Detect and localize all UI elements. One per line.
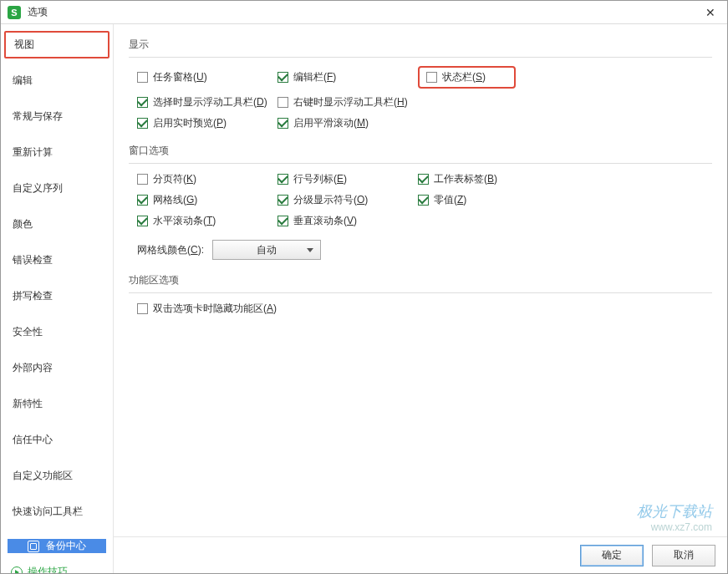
checkbox-label: 双击选项卡时隐藏功能区(A) xyxy=(153,302,277,316)
cancel-button[interactable]: 取消 xyxy=(652,545,715,566)
checkbox-dblclick-hide-ribbon[interactable]: 双击选项卡时隐藏功能区(A) xyxy=(137,302,411,316)
checkbox-zero[interactable]: 零值(Z) xyxy=(418,193,552,207)
checkbox-row-col[interactable]: 行号列标(E) xyxy=(277,172,411,186)
sidebar-item-label: 快速访问工具栏 xyxy=(13,505,83,517)
sidebar-item-custom-lists[interactable]: 自定义序列 xyxy=(1,175,113,202)
section-title: 显示 xyxy=(129,38,712,52)
checkbox-icon xyxy=(137,97,148,108)
checkbox-label: 分级显示符号(O) xyxy=(293,193,368,207)
checkbox-icon xyxy=(277,216,288,226)
sidebar-item-label: 自定义功能区 xyxy=(13,470,73,481)
options-dialog: S 选项 ✕ 视图 编辑 常规与保存 重新计算 自定义序列 颜色 错误检查 拼写… xyxy=(0,0,728,574)
sidebar-item-general[interactable]: 常规与保存 xyxy=(1,103,113,130)
divider xyxy=(129,163,712,164)
sidebar-item-label: 拼写检查 xyxy=(13,290,53,302)
gridline-color-select[interactable]: 自动 xyxy=(212,240,321,260)
button-label: 确定 xyxy=(602,548,622,562)
checkbox-page-break[interactable]: 分页符(K) xyxy=(137,172,271,186)
checkbox-label: 水平滚动条(T) xyxy=(153,214,216,228)
sidebar-item-custom-ribbon[interactable]: 自定义功能区 xyxy=(1,462,113,490)
sidebar-item-label: 视图 xyxy=(14,38,34,50)
checkbox-label: 工作表标签(B) xyxy=(434,172,497,186)
checkbox-label: 零值(Z) xyxy=(434,193,466,207)
content-panel: 显示 任务窗格(U) 编辑栏(F) 状态栏(S) 选择时显示浮动工具栏(D) 右… xyxy=(114,24,727,573)
sidebar-item-edit[interactable]: 编辑 xyxy=(1,67,113,94)
tips-link[interactable]: 操作技巧 xyxy=(1,558,113,573)
checkbox-label: 网格线(G) xyxy=(153,193,197,207)
select-value: 自动 xyxy=(257,243,277,257)
sidebar-item-quick-access[interactable]: 快速访问工具栏 xyxy=(1,498,113,526)
tips-label: 操作技巧 xyxy=(28,565,68,573)
checkbox-label: 垂直滚动条(V) xyxy=(293,214,357,228)
checkbox-label: 状态栏(S) xyxy=(442,70,486,84)
checkbox-gridlines[interactable]: 网格线(G) xyxy=(137,193,271,207)
backup-label: 备份中心 xyxy=(46,539,86,553)
checkbox-label: 选择时显示浮动工具栏(D) xyxy=(153,95,267,109)
checkbox-float-select[interactable]: 选择时显示浮动工具栏(D) xyxy=(137,95,271,109)
checkbox-label: 启用实时预览(P) xyxy=(153,116,227,130)
checkbox-label: 右键时显示浮动工具栏(H) xyxy=(293,95,408,109)
checkbox-icon xyxy=(137,195,148,206)
checkbox-smooth-scroll[interactable]: 启用平滑滚动(M) xyxy=(277,116,411,130)
play-icon xyxy=(11,566,23,574)
checkbox-icon xyxy=(277,195,288,206)
sidebar-item-trust-center[interactable]: 信任中心 xyxy=(1,426,113,454)
checkbox-hscroll[interactable]: 水平滚动条(T) xyxy=(137,214,271,228)
checkbox-label: 编辑栏(F) xyxy=(293,70,336,84)
sidebar-item-color[interactable]: 颜色 xyxy=(1,211,113,238)
checkbox-label: 任务窗格(U) xyxy=(153,70,207,84)
divider xyxy=(129,57,712,58)
checkbox-float-rclick[interactable]: 右键时显示浮动工具栏(H) xyxy=(277,95,411,109)
sidebar-item-recalc[interactable]: 重新计算 xyxy=(1,139,113,166)
gridline-color-label: 网格线颜色(C): xyxy=(137,243,204,257)
button-label: 取消 xyxy=(674,548,694,562)
sidebar-item-new-features[interactable]: 新特性 xyxy=(1,390,113,418)
checkbox-icon xyxy=(277,97,288,108)
section-display: 显示 任务窗格(U) 编辑栏(F) 状态栏(S) 选择时显示浮动工具栏(D) 右… xyxy=(129,38,712,130)
sidebar-item-label: 重新计算 xyxy=(13,146,53,158)
app-icon: S xyxy=(8,6,21,19)
section-ribbon-options: 功能区选项 双击选项卡时隐藏功能区(A) xyxy=(129,273,712,316)
sidebar-item-label: 信任中心 xyxy=(13,434,53,445)
checkbox-task-pane[interactable]: 任务窗格(U) xyxy=(137,66,271,89)
titlebar: S 选项 ✕ xyxy=(1,1,727,24)
sidebar-nav: 视图 编辑 常规与保存 重新计算 自定义序列 颜色 错误检查 拼写检查 安全性 … xyxy=(1,29,113,534)
ok-button[interactable]: 确定 xyxy=(580,545,644,566)
checkbox-edit-bar[interactable]: 编辑栏(F) xyxy=(277,66,411,89)
checkbox-icon xyxy=(277,174,288,185)
checkbox-icon xyxy=(277,72,288,83)
watermark-url: www.xz7.com xyxy=(637,521,712,533)
close-icon[interactable]: ✕ xyxy=(700,3,720,23)
checkbox-label: 行号列标(E) xyxy=(293,172,347,186)
sidebar-item-error-check[interactable]: 错误检查 xyxy=(1,246,113,274)
sidebar-item-view[interactable]: 视图 xyxy=(4,31,109,58)
checkbox-icon xyxy=(418,195,429,206)
sidebar-item-label: 错误检查 xyxy=(13,254,53,266)
sidebar-item-label: 安全性 xyxy=(13,326,43,338)
section-title: 窗口选项 xyxy=(129,144,712,158)
checkbox-icon xyxy=(137,174,148,185)
sidebar-item-security[interactable]: 安全性 xyxy=(1,318,113,346)
checkbox-icon xyxy=(418,174,429,185)
sidebar-item-spell-check[interactable]: 拼写检查 xyxy=(1,282,113,310)
checkbox-outline[interactable]: 分级显示符号(O) xyxy=(277,193,411,207)
checkbox-icon xyxy=(137,216,148,226)
section-window-options: 窗口选项 分页符(K) 行号列标(E) 工作表标签(B) 网格线(G) 分级显示… xyxy=(129,144,712,260)
checkbox-icon xyxy=(137,72,148,83)
gridline-color-row: 网格线颜色(C): 自动 xyxy=(137,240,712,260)
checkbox-vscroll[interactable]: 垂直滚动条(V) xyxy=(277,214,411,228)
backup-center-button[interactable]: 备份中心 xyxy=(8,539,106,553)
checkbox-status-bar[interactable]: 状态栏(S) xyxy=(426,70,486,84)
sidebar-item-external[interactable]: 外部内容 xyxy=(1,354,113,382)
checkbox-live-preview[interactable]: 启用实时预览(P) xyxy=(137,116,271,130)
checkbox-label: 启用平滑滚动(M) xyxy=(293,116,369,130)
sidebar: 视图 编辑 常规与保存 重新计算 自定义序列 颜色 错误检查 拼写检查 安全性 … xyxy=(1,24,114,573)
sidebar-item-label: 自定义序列 xyxy=(13,182,63,194)
dialog-body: 视图 编辑 常规与保存 重新计算 自定义序列 颜色 错误检查 拼写检查 安全性 … xyxy=(1,24,727,573)
backup-icon xyxy=(28,541,39,552)
checkbox-sheet-tabs[interactable]: 工作表标签(B) xyxy=(418,172,552,186)
sidebar-item-label: 外部内容 xyxy=(13,362,53,373)
sidebar-item-label: 颜色 xyxy=(13,218,33,230)
watermark: 极光下载站 www.xz7.com xyxy=(637,501,712,533)
checkbox-icon xyxy=(277,118,288,129)
